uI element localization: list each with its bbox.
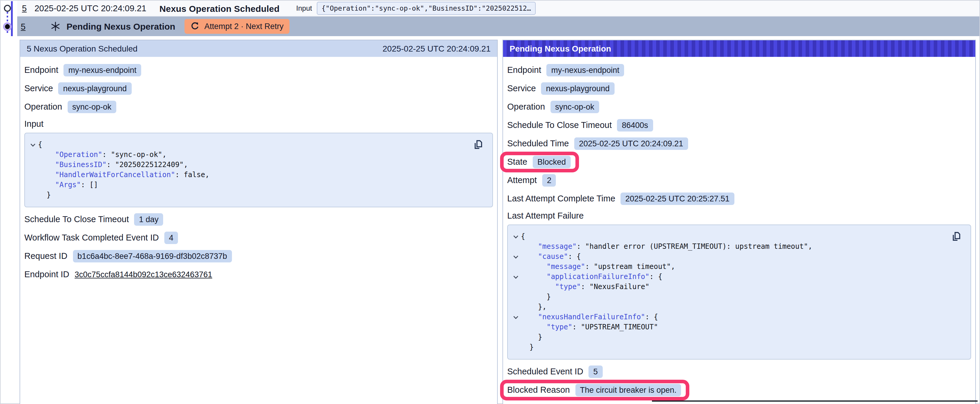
failure-json-viewer: { "message": "handler error (UPSTREAM_TI… [507,225,971,360]
timeline-bar [11,1,13,36]
json-line: "applicationFailureInfo": { [510,272,947,282]
event-row-scheduled[interactable]: 5 2025-02-25 UTC 20:24:09.21 Nexus Opera… [17,1,979,17]
field-value-badge: 2025-02-25 UTC 20:25:27.51 [620,192,734,205]
event-node-icon[interactable] [5,5,10,11]
field-label: Schedule To Close Timeout [24,214,129,224]
field-label: Schedule To Close Timeout [507,120,612,130]
event-id-link[interactable]: 5 [22,3,27,13]
blocked-reason-value-badge: The circuit breaker is open. [575,383,681,396]
event-input-preview[interactable]: {"Operation":"sync-op-ok","BusinessID":"… [317,2,536,15]
input-json-viewer: { "Operation": "sync-op-ok", "BusinessID… [24,133,493,208]
json-text: "Args": [] [38,180,98,190]
json-text: } [521,332,542,342]
json-text: "cause": { [521,252,581,262]
json-text: "HandlerWaitForCancellation": false, [38,170,209,180]
endpoint-id-link[interactable]: 3c0c75ccfa8144b092c13ce632463761 [75,270,212,279]
json-line: "type": "UPSTREAM_TIMEOUT" [510,322,947,332]
collapse-chevron-icon[interactable] [510,252,521,262]
copy-icon[interactable] [950,230,963,243]
field-endpoint-id: Endpoint ID 3c0c75ccfa8144b092c13ce63246… [24,268,493,281]
state-value-badge: Blocked [533,155,571,168]
json-text: { [521,231,525,242]
collapse-chevron-icon[interactable] [510,312,521,322]
field-operation: Operation sync-op-ok [24,100,493,113]
last-attempt-failure-label: Last Attempt Failure [507,210,971,221]
field-value-badge: my-nexus-endpoint [64,64,142,76]
json-text: "message": "handler error (UPSTREAM_TIME… [521,242,812,252]
state-annotated-group: State Blocked [507,155,571,168]
json-line: "HandlerWaitForCancellation": false, [27,170,469,180]
field-blocked-reason: Blocked Reason The circuit breaker is op… [507,383,971,396]
field-scheduled-time: Scheduled Time 2025-02-25 UTC 20:24:09.2… [507,137,971,150]
field-schedule-to-close-timeout: Schedule To Close Timeout 1 day [24,213,493,226]
json-lines: { "Operation": "sync-op-ok", "BusinessID… [27,140,469,200]
collapse-chevron-icon[interactable] [510,231,521,242]
pending-node-icon[interactable] [5,24,10,29]
json-line: }, [510,302,947,312]
field-label: Endpoint [24,65,59,74]
json-line: { [510,231,947,242]
field-label: Endpoint [507,65,541,74]
code-gutter [510,322,521,332]
code-gutter [510,302,521,312]
scheduled-panel-body: Endpoint my-nexus-endpoint Service nexus… [20,57,497,286]
field-value-badge: 1 day [134,213,164,225]
json-line: "type": "NexusFailure" [510,282,947,292]
field-label: Workflow Task Completed Event ID [24,233,159,242]
pending-panel-body: Endpoint my-nexus-endpoint Service nexus… [503,57,975,402]
pending-operation-panel: Pending Nexus Operation Endpoint my-nexu… [503,40,976,404]
retry-status-badge: Attempt 2 · Next Retry [185,19,290,34]
json-text: "applicationFailureInfo": { [521,272,662,282]
field-operation: Operation sync-op-ok [507,100,971,113]
field-label: Scheduled Time [507,139,569,148]
field-label: State [507,157,527,166]
field-value-badge: sync-op-ok [67,100,116,113]
json-text: "type": "UPSTREAM_TIMEOUT" [521,322,658,332]
collapse-chevron-icon[interactable] [510,272,521,282]
field-label: Attempt [507,175,537,185]
code-gutter [27,170,38,180]
pending-id-link[interactable]: 5 [21,22,25,31]
field-request-id: Request ID b1c6a4bc-8ee7-468a-9169-df3b0… [24,249,493,262]
collapse-chevron-icon[interactable] [27,140,38,150]
json-line: "Args": [] [27,180,469,190]
page-bottom-divider [652,400,978,402]
pending-operation-row[interactable]: 5 Pending Nexus Operation Attempt 2 · Ne… [17,17,979,36]
asterisk-icon [51,21,60,32]
json-text: "Operation": "sync-op-ok", [38,150,167,160]
field-label: Operation [507,102,545,111]
field-scheduled-event-id: Scheduled Event ID 5 [507,365,971,378]
field-label: Endpoint ID [24,269,69,279]
json-text: { [38,140,42,150]
json-text: "nexusHandlerFailureInfo": { [521,312,658,322]
json-line: } [510,332,947,342]
json-text: } [38,190,51,200]
field-label: Last Attempt Complete Time [507,194,615,203]
json-line: "nexusHandlerFailureInfo": { [510,312,947,322]
field-service: Service nexus-playground [24,82,493,95]
field-last-attempt-complete-time: Last Attempt Complete Time 2025-02-25 UT… [507,192,971,205]
field-value-badge: sync-op-ok [550,100,599,113]
json-lines: { "message": "handler error (UPSTREAM_TI… [510,231,947,352]
timeline-gutter [1,1,17,37]
pending-panel-title: Pending Nexus Operation [509,44,611,53]
json-text: } [521,292,551,302]
code-gutter [510,292,521,302]
field-workflow-task-completed-event-id: Workflow Task Completed Event ID 4 [24,231,493,244]
field-label: Operation [24,102,62,111]
field-value-badge: 2 [542,174,556,186]
input-section-label: Input [24,119,493,129]
field-endpoint: Endpoint my-nexus-endpoint [24,63,493,76]
copy-icon[interactable] [472,138,485,151]
json-text: "message": "upstream timeout", [521,262,675,272]
page: 5 2025-02-25 UTC 20:24:09.21 Nexus Opera… [0,0,980,404]
scheduled-panel-title: 5 Nexus Operation Scheduled [27,44,138,53]
field-value-badge: nexus-playground [541,82,614,95]
event-history: 5 2025-02-25 UTC 20:24:09.21 Nexus Opera… [1,1,979,36]
code-gutter [27,150,38,160]
code-gutter [510,342,521,352]
screen: 5 2025-02-25 UTC 20:24:09.21 Nexus Opera… [0,0,980,404]
json-text: "type": "NexusFailure" [521,282,649,292]
field-label: Blocked Reason [507,385,570,394]
field-label: Service [24,84,53,93]
